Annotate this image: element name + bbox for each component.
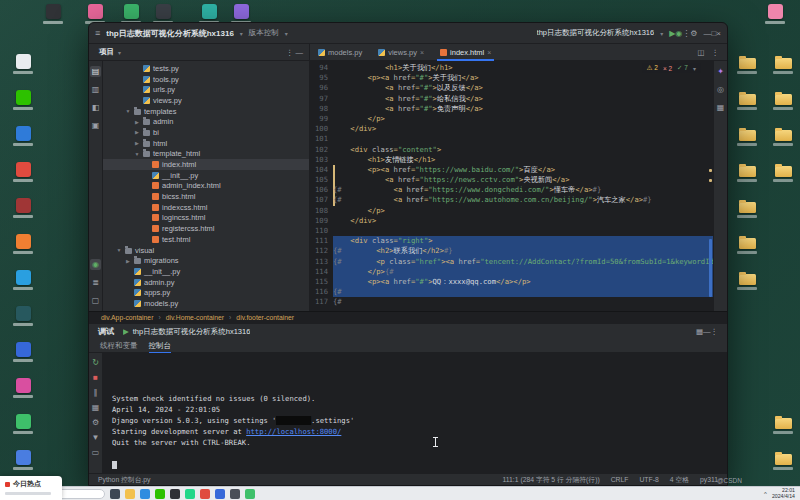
blue-circle-app-icon[interactable] [10, 270, 36, 290]
purple-app-icon[interactable] [228, 4, 254, 24]
qq-icon[interactable] [40, 4, 66, 24]
tree-item[interactable]: __init__.py [103, 170, 309, 181]
tree-item[interactable]: models.py [103, 298, 309, 309]
tree-item[interactable]: ▼template_html [103, 149, 309, 160]
file-explorer-icon[interactable] [125, 489, 135, 499]
music-icon[interactable] [200, 489, 210, 499]
colorful-app-icon[interactable] [10, 378, 36, 398]
bookmarks-tool-icon[interactable]: ▣ [90, 120, 101, 131]
stop-icon[interactable]: ■ [93, 373, 98, 382]
main-menu-icon[interactable]: ≡ [95, 28, 100, 38]
tree-item[interactable]: tests.py [103, 63, 309, 74]
chevron-right-icon[interactable]: ▶ [134, 129, 140, 135]
breadcrumb-item[interactable]: div.footer-container [236, 314, 294, 321]
project-tool-icon[interactable]: ▤ [90, 66, 101, 77]
folder-icon[interactable] [770, 92, 796, 110]
tree-item[interactable]: bicss.html [103, 191, 309, 202]
settings-button[interactable]: ⚙ [690, 29, 697, 38]
tree-item[interactable]: indexcss.html [103, 202, 309, 213]
services-tool-icon[interactable]: ▢ [90, 295, 101, 306]
tab-views.py[interactable]: views.py× [370, 44, 432, 60]
flame-app-icon[interactable] [10, 234, 36, 254]
status-segment[interactable]: 111:1 (284 字符 5 行 分隔符(行)) [503, 476, 600, 483]
restore-layout-icon[interactable]: ▦ [92, 403, 100, 412]
folder-icon[interactable] [770, 452, 796, 470]
dark-app-icon[interactable] [230, 489, 240, 499]
tray-expand-icon[interactable]: ^ [764, 491, 767, 497]
hotspot-popup[interactable]: 今日热点 [0, 476, 62, 500]
inspections-widget[interactable]: ⚠ 2× 2✓ 7▾ [642, 63, 701, 73]
docs-icon[interactable] [215, 489, 225, 499]
chevron-right-icon[interactable]: ▶ [134, 140, 140, 146]
project-name[interactable]: thp日志数据可视化分析系统hx1316 [106, 28, 234, 39]
tree-item[interactable]: ▶migrations [103, 255, 309, 266]
dark-circle-app-icon[interactable] [10, 306, 36, 326]
layout-icon[interactable]: ▦ [696, 327, 703, 336]
breadcrumb-item[interactable]: div.App-container [101, 314, 153, 321]
folder-icon[interactable] [734, 236, 760, 254]
pink-person-icon[interactable] [762, 4, 788, 24]
run-config-name[interactable]: thp日志数据可视化分析系统hx1316 [537, 28, 655, 38]
tree-item[interactable]: admin.py [103, 277, 309, 288]
dark-app-icon[interactable] [150, 4, 176, 24]
rerun-icon[interactable]: ↻ [92, 358, 99, 367]
chevron-down-icon[interactable]: ▼ [125, 108, 131, 114]
folder-icon[interactable] [734, 56, 760, 74]
pause-icon[interactable]: ∥ [94, 388, 98, 397]
wechat-icon[interactable] [10, 90, 36, 110]
close-button[interactable]: × [716, 29, 721, 38]
chevron-right-icon[interactable]: ▶ [134, 119, 140, 125]
book-app-icon[interactable] [10, 198, 36, 218]
pink-app-icon[interactable] [82, 4, 108, 24]
green-app-icon[interactable] [118, 4, 144, 24]
more-icon[interactable]: ⋮ [712, 48, 720, 57]
chevron-down-icon[interactable]: ▾ [693, 65, 696, 72]
chevron-down-icon[interactable]: ▼ [116, 247, 122, 253]
vcs-widget[interactable]: 版本控制 [249, 28, 279, 38]
task-view-icon[interactable] [110, 489, 120, 499]
status-segment[interactable]: py311 [700, 476, 718, 483]
folder-icon[interactable] [734, 200, 760, 218]
green-app-icon[interactable] [245, 489, 255, 499]
hide-panel-icon[interactable]: — [703, 327, 711, 336]
teal-app-icon[interactable] [196, 4, 222, 24]
debug-tab-线程和变量[interactable]: 线程和变量 [100, 341, 138, 351]
tree-item[interactable]: urls.py [103, 84, 309, 95]
status-segment[interactable]: 4 空格 [670, 476, 689, 483]
tree-item[interactable]: ▶bi [103, 127, 309, 138]
tree-item[interactable]: views.py [103, 95, 309, 106]
debug-tab-控制台[interactable]: 控制台 [149, 341, 172, 351]
meeting-app-icon[interactable] [10, 126, 36, 146]
debug-session-tab[interactable]: ▶ thp日志数据可视化分析系统hx1316 [123, 327, 250, 337]
qq-icon[interactable] [170, 489, 180, 499]
tree-item[interactable]: apps.py [103, 287, 309, 298]
folder-icon[interactable] [770, 128, 796, 146]
ai-assistant-icon[interactable]: ✦ [715, 66, 726, 77]
pycharm-icon[interactable] [185, 489, 195, 499]
structure-tool-icon[interactable]: ◧ [90, 102, 101, 113]
folder-icon[interactable] [770, 56, 796, 74]
folder-icon[interactable] [734, 92, 760, 110]
clear-icon[interactable]: ▭ [92, 448, 100, 457]
status-segment[interactable]: CRLF [611, 476, 629, 483]
tab-index.html[interactable]: index.html× [432, 44, 499, 60]
terminal-tool-icon[interactable]: ≣ [90, 277, 101, 288]
blue-app-icon[interactable] [10, 342, 36, 362]
more-icon[interactable]: ⋮ [286, 48, 296, 57]
clock[interactable]: 22:01 2024/4/14 [772, 488, 795, 499]
notifications-icon[interactable]: ◎ [715, 84, 726, 95]
database-tool-icon[interactable]: ▦ [715, 102, 726, 113]
chevron-down-icon[interactable]: ▼ [134, 151, 140, 157]
ok-count[interactable]: ✓ 7 [677, 64, 688, 72]
browser-icon[interactable] [140, 489, 150, 499]
debug-tool-icon[interactable]: ◉ [90, 259, 101, 270]
folder-icon[interactable] [734, 272, 760, 290]
tree-item[interactable]: tools.py [103, 74, 309, 85]
chevron-right-icon[interactable]: ▶ [125, 258, 131, 264]
folder-icon[interactable] [734, 128, 760, 146]
tree-item[interactable]: admin_index.html [103, 181, 309, 192]
tree-item[interactable]: ▼templates [103, 106, 309, 117]
green-app-icon-2[interactable] [10, 414, 36, 434]
blue-app-icon-2[interactable] [10, 450, 36, 470]
console-output[interactable]: System check identified no issues (0 sil… [103, 353, 727, 473]
